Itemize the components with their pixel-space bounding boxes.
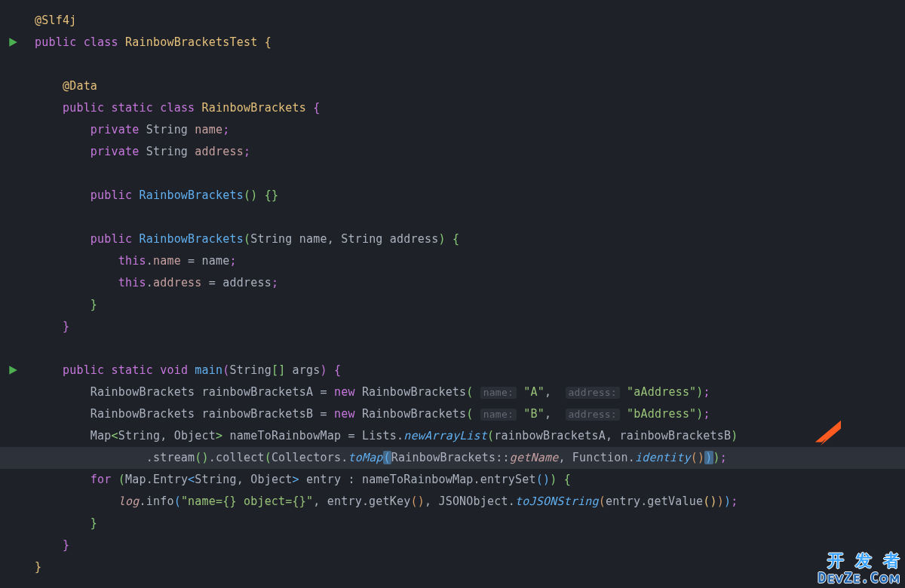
code-token: ( (244, 188, 250, 202)
code-line[interactable] (35, 54, 905, 75)
code-token: { (265, 35, 272, 49)
code-token: static (112, 101, 161, 115)
code-line[interactable]: public class RainbowBracketsTest { (35, 32, 905, 54)
code-token: log (118, 495, 140, 508)
code-token: > (216, 429, 222, 443)
code-token: = name (181, 254, 230, 268)
code-line[interactable]: log.info("name={} object={}", entry.getK… (35, 491, 905, 513)
code-token: { (564, 473, 571, 486)
code-line[interactable] (35, 207, 905, 228)
code-token: { (313, 101, 320, 115)
code-line[interactable]: } (35, 316, 905, 338)
code-token: private (90, 123, 146, 136)
code-token: "bAddress" (627, 407, 696, 421)
code-token: :: (495, 451, 509, 464)
code-token: public (35, 35, 84, 49)
code-token: Function. (572, 451, 635, 464)
code-editor: 💡 @Slf4jpublic class RainbowBracketsTest… (0, 0, 905, 588)
code-token: .collect (209, 451, 265, 464)
code-line[interactable]: this.name = name; (35, 250, 905, 272)
code-token: name (195, 123, 222, 136)
code-area[interactable]: @Slf4jpublic class RainbowBracketsTest {… (30, 0, 905, 588)
code-token: public (90, 232, 140, 246)
code-line[interactable]: for (Map.Entry<String, Object> entry : n… (35, 469, 905, 491)
code-token: this (118, 254, 146, 268)
code-token: , (237, 473, 250, 486)
run-icon[interactable] (6, 35, 20, 49)
code-line[interactable]: RainbowBrackets rainbowBracketsA = new R… (35, 381, 905, 403)
code-token: RainbowBrackets (362, 385, 466, 399)
code-token: { (334, 363, 341, 377)
code-token: entry : nameToRainbowMap.entrySet (299, 473, 536, 486)
code-token: String name (250, 232, 327, 246)
code-line[interactable]: Map<String, Object> nameToRainbowMap = L… (35, 425, 905, 447)
code-line[interactable]: private String address; (35, 141, 905, 163)
code-token: < (112, 429, 118, 443)
code-token (327, 363, 334, 377)
code-token: , (327, 232, 341, 246)
code-line[interactable]: public RainbowBrackets(String name, Stri… (35, 228, 905, 250)
code-token: RainbowBrackets (202, 101, 314, 115)
code-token: address (195, 145, 244, 158)
code-token: } (90, 516, 97, 530)
code-token: ; (731, 495, 738, 508)
code-line[interactable]: } (35, 556, 905, 578)
code-token: ( (466, 407, 473, 421)
code-line[interactable] (35, 163, 905, 185)
code-token: { (265, 188, 272, 202)
code-line[interactable]: @Slf4j (35, 10, 905, 32)
code-token: @Slf4j (35, 14, 76, 27)
code-token: Collectors. (272, 451, 348, 464)
code-token: ) (202, 451, 209, 464)
code-line[interactable]: public static class RainbowBrackets { (35, 97, 905, 119)
code-line[interactable] (35, 338, 905, 360)
code-token: args (285, 363, 320, 377)
code-token: ( (174, 495, 181, 508)
code-token: , (545, 407, 566, 421)
code-token: class (84, 35, 125, 49)
code-token: entry.getValue (606, 495, 703, 508)
code-token: address: (566, 409, 620, 421)
code-token (474, 385, 480, 399)
code-line[interactable]: public RainbowBrackets() {} (35, 185, 905, 207)
code-token (620, 385, 627, 399)
code-line[interactable]: } (35, 513, 905, 534)
code-token: String (146, 145, 195, 158)
code-line[interactable]: private String name; (35, 119, 905, 141)
code-token: ] (278, 363, 285, 377)
code-line[interactable]: } (35, 534, 905, 556)
code-token (474, 407, 480, 421)
code-line[interactable]: .stream().collect(Collectors.toMap(Rainb… (0, 447, 905, 469)
code-token: ) (696, 407, 703, 421)
code-token: ) (438, 232, 445, 246)
code-token: new (334, 385, 362, 399)
code-token: . (146, 254, 153, 268)
code-line[interactable]: this.address = address; (35, 272, 905, 294)
code-token: ) (717, 495, 724, 508)
code-token: .stream (146, 451, 195, 464)
code-token: this (118, 276, 146, 289)
run-icon[interactable] (6, 363, 20, 377)
code-token (257, 188, 264, 202)
code-token: void (160, 363, 195, 377)
code-token: "B" (523, 407, 545, 421)
code-token: private (90, 145, 146, 158)
code-line[interactable]: RainbowBrackets rainbowBracketsB = new R… (35, 403, 905, 425)
code-token: public (90, 188, 140, 202)
code-token: address: (566, 387, 620, 399)
code-token: Object (174, 429, 216, 443)
code-token: ( (691, 451, 698, 464)
code-token: Map (90, 429, 112, 443)
code-token: ( (244, 232, 250, 246)
code-token: name: (480, 409, 517, 421)
code-token: .info (139, 495, 173, 508)
code-token: ) (704, 451, 713, 464)
code-token: rainbowBracketsA (494, 429, 606, 443)
code-token: [ (272, 363, 278, 377)
code-line[interactable]: public static void main(String[] args) { (35, 360, 905, 381)
code-token: , (160, 429, 173, 443)
code-line[interactable]: } (35, 294, 905, 316)
code-token: main (195, 363, 222, 377)
code-line[interactable]: @Data (35, 75, 905, 97)
code-token: public (63, 101, 112, 115)
